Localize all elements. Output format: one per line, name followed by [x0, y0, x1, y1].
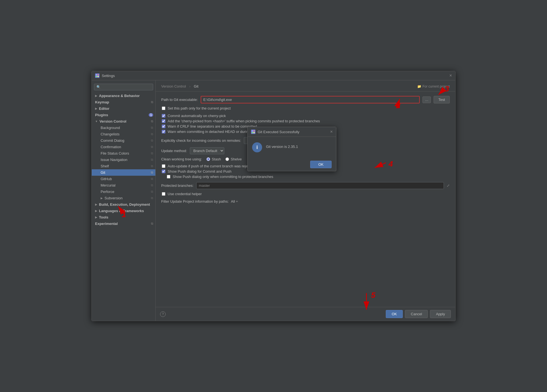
sidebar-item-label: Plugins [95, 113, 108, 117]
success-modal: Git Executed Successfully × i Git versio… [247, 127, 336, 171]
expand-arrow-icon: ▶ [95, 203, 97, 206]
filter-value: All ÷ [231, 199, 238, 204]
titlebar: Settings × [92, 71, 455, 80]
sidebar-item-github[interactable]: GitHub ⧉ [92, 176, 155, 182]
sidebar-item-changelists[interactable]: Changelists ⧉ [92, 131, 155, 137]
stash-option: Stash [207, 157, 221, 161]
expand-arrow-icon: ▶ [95, 216, 97, 219]
info-icon: i [252, 142, 262, 152]
sidebar-item-label: Shelf [101, 164, 109, 168]
copy-icon: ⧉ [151, 152, 153, 155]
git-path-input[interactable] [201, 96, 420, 103]
commit-auto-row: Commit automatically on cherry-pick [161, 114, 450, 118]
cherry-pick-checkbox[interactable] [162, 119, 165, 123]
shelve-radio[interactable] [225, 157, 229, 161]
sidebar-item-shelf[interactable]: Shelf ⧉ [92, 163, 155, 169]
bottom-right: OK Cancel Apply [386, 310, 451, 318]
sidebar-item-languages[interactable]: ▶ Languages & Frameworks [92, 208, 155, 214]
copy-icon: ⧉ [151, 120, 153, 123]
expand-icon: ⤢ [447, 183, 450, 188]
incoming-label: Explicitly check for incoming commits on… [161, 138, 241, 143]
sidebar-item-git[interactable]: Git ⧉ [92, 169, 155, 176]
show-push-checkbox[interactable] [162, 170, 165, 173]
stash-radio[interactable] [207, 157, 210, 161]
sidebar-item-editor[interactable]: ▶ Editor [92, 105, 155, 112]
filter-row: Filter Update Project information by pat… [161, 199, 450, 204]
sidebar-item-label: Commit Dialog [101, 138, 124, 143]
sidebar-item-plugins[interactable]: Plugins 1 [92, 112, 155, 118]
main-content: Path to Git executable: … Test Set this … [156, 91, 455, 307]
copy-icon: ⧉ [151, 177, 153, 181]
auto-update-checkbox[interactable] [162, 164, 165, 168]
sidebar-item-confirmation[interactable]: Confirmation ⧉ [92, 144, 155, 150]
search-input[interactable] [102, 85, 151, 89]
modal-app-icon [251, 130, 255, 134]
copy-icon: ⧉ [151, 196, 153, 200]
test-button[interactable]: Test [434, 96, 450, 103]
bottom-bar: ? OK Cancel Apply [156, 307, 455, 321]
sidebar-item-label: Keymap [95, 100, 109, 104]
cancel-button[interactable]: Cancel [405, 310, 428, 318]
svg-rect-0 [96, 74, 97, 75]
copy-icon: ⧉ [151, 145, 153, 149]
apply-button[interactable]: Apply [430, 310, 451, 318]
show-push-protected-checkbox[interactable] [167, 175, 170, 178]
modal-ok-button[interactable]: OK [310, 161, 332, 168]
sidebar-item-experimental[interactable]: Experimental ⧉ [92, 220, 155, 227]
sidebar-item-keymap[interactable]: Keymap ⧉ [92, 99, 155, 105]
expand-arrow-icon: ▶ [95, 107, 97, 110]
update-select[interactable]: Branch Default Merge Rebase [190, 147, 224, 154]
sidebar-item-label: Mercurial [101, 183, 115, 187]
search-box[interactable]: 🔍 [94, 84, 153, 90]
sidebar-item-subversion[interactable]: ▶ Subversion ⧉ [92, 195, 155, 201]
sidebar-item-commit-dialog[interactable]: Commit Dialog ⧉ [92, 137, 155, 144]
crlf-checkbox[interactable] [162, 125, 165, 128]
sidebar: 🔍 ▶ Appearance & Behavior Keymap ⧉ ▶ Edi… [92, 80, 156, 321]
breadcrumb-separator: › [189, 84, 190, 88]
sidebar-item-label: Tools [99, 215, 108, 219]
sidebar-item-background[interactable]: Background ⧉ [92, 125, 155, 131]
filter-label: Filter Update Project information by pat… [161, 199, 229, 204]
set-path-row: Set this path only for the current proje… [161, 106, 450, 110]
main-panel: Version Control › Git 📁 For current proj… [156, 80, 455, 321]
project-icon: 📁 [417, 85, 421, 88]
svg-rect-2 [96, 76, 97, 77]
sidebar-item-perforce[interactable]: Perforce ⧉ [92, 188, 155, 195]
modal-close-button[interactable]: × [330, 129, 333, 134]
sidebar-item-label: Changelists [101, 132, 120, 136]
copy-icon: ⧉ [151, 171, 153, 174]
sidebar-item-file-status-colors[interactable]: File Status Colors ⧉ [92, 150, 155, 157]
detached-checkbox[interactable] [162, 130, 165, 133]
sidebar-item-mercurial[interactable]: Mercurial ⧉ [92, 182, 155, 188]
modal-title: Git Executed Successfully [258, 130, 299, 134]
commit-auto-label: Commit automatically on cherry-pick [168, 114, 226, 118]
svg-rect-6 [252, 132, 253, 133]
sidebar-item-version-control[interactable]: ▼ Version Control ⧉ [92, 118, 155, 125]
credential-checkbox[interactable] [162, 192, 165, 196]
bottom-left: ? [160, 311, 166, 317]
protected-label: Protected branches: [161, 183, 193, 188]
breadcrumb-current: Git [194, 84, 198, 88]
sidebar-item-tools[interactable]: ▶ Tools [92, 214, 155, 220]
sidebar-item-build-exec-deploy[interactable]: ▶ Build, Execution, Deployment [92, 201, 155, 208]
help-button[interactable]: ? [160, 311, 166, 317]
ok-button[interactable]: OK [386, 310, 403, 318]
sidebar-item-appearance[interactable]: ▶ Appearance & Behavior [92, 93, 155, 99]
expand-arrow-icon: ▶ [95, 94, 97, 97]
copy-icon: ⧉ [151, 158, 153, 162]
set-path-checkbox[interactable] [162, 106, 165, 110]
protected-input[interactable] [196, 182, 444, 189]
copy-icon: ⧉ [151, 190, 153, 193]
commit-auto-checkbox[interactable] [162, 114, 165, 118]
show-push-protected-label: Show Push dialog only when committing to… [173, 175, 273, 179]
protected-branches-row: Protected branches: ⤢ [161, 182, 450, 189]
sidebar-item-issue-navigation[interactable]: Issue Navigation ⧉ [92, 157, 155, 163]
show-push-label: Show Push dialog for Commit and Push [168, 169, 232, 173]
browse-button[interactable]: … [422, 96, 431, 103]
close-button[interactable]: × [449, 73, 452, 78]
copy-icon: ⧉ [151, 126, 153, 130]
copy-icon: ⧉ [151, 222, 153, 225]
shelve-label: Shelve [231, 157, 242, 161]
update-label: Update method: [161, 149, 187, 153]
auto-update-label: Auto-update if push of the current branc… [168, 164, 255, 168]
